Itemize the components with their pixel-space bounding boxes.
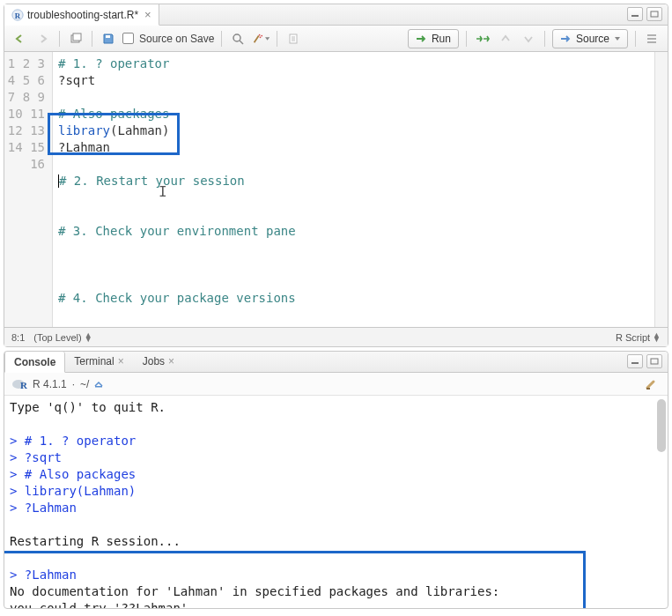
highlight-annotation-console: [4, 551, 586, 608]
console-scrollbar-thumb[interactable]: [657, 399, 666, 452]
console-line: Type 'q()' to quit R.: [10, 400, 166, 414]
outline-button[interactable]: [643, 30, 661, 48]
find-button[interactable]: [229, 30, 247, 48]
editor-toolbar: Source on Save Run Source: [4, 26, 668, 52]
code-text: ?Lahman: [58, 140, 110, 154]
console-line: you could try '??Lahman': [10, 601, 188, 608]
console-line: ?Lahman: [25, 568, 77, 582]
run-button[interactable]: Run: [408, 29, 459, 48]
tab-terminal[interactable]: Terminal ×: [65, 351, 133, 372]
svg-rect-20: [651, 359, 658, 364]
clear-console-icon[interactable]: [645, 378, 661, 390]
code-fn: library: [58, 123, 110, 137]
updown-icon: ▲▼: [85, 333, 92, 342]
rerun-button[interactable]: [474, 30, 491, 48]
svg-rect-6: [106, 35, 110, 38]
cursor-position: 8:1: [11, 332, 25, 343]
code-area[interactable]: # 1. ? operator ?sqrt # Also packages li…: [53, 52, 668, 327]
close-icon[interactable]: ×: [168, 355, 174, 367]
save-button[interactable]: [100, 30, 117, 48]
pane-window-controls: [627, 354, 662, 368]
svg-text:R: R: [15, 11, 21, 19]
console-pane: Console Terminal × Jobs × R R 4.1.1 · ~/: [4, 351, 668, 609]
source-on-save-label: Source on Save: [139, 33, 214, 45]
svg-point-11: [260, 36, 262, 38]
editor-tabbar: R troubleshooting-start.R* ×: [4, 4, 668, 26]
console-line: # Also packages: [25, 467, 136, 481]
source-editor-pane: R troubleshooting-start.R* ×: [4, 4, 668, 347]
code-comment: # 4. Check your package versions: [58, 291, 296, 305]
working-dir[interactable]: ~/: [80, 378, 89, 390]
report-button[interactable]: [284, 30, 302, 48]
svg-rect-3: [651, 11, 658, 17]
svg-rect-23: [95, 386, 102, 388]
svg-rect-19: [631, 362, 639, 364]
minimize-pane-button[interactable]: [627, 7, 643, 21]
tab-console[interactable]: Console: [4, 352, 65, 373]
r-file-icon: R: [11, 9, 24, 21]
code-text: ?sqrt: [58, 73, 95, 87]
r-version-label: R 4.1.1: [33, 378, 67, 390]
updown-icon: ▲▼: [653, 333, 661, 342]
console-line: ?sqrt: [25, 450, 62, 464]
svg-point-9: [259, 33, 261, 35]
editor-tab[interactable]: R troubleshooting-start.R* ×: [4, 4, 159, 26]
console-line: ?Lahman: [25, 501, 77, 515]
maximize-pane-button[interactable]: [646, 354, 662, 368]
source-button[interactable]: Source: [552, 29, 628, 48]
console-tabbar: Console Terminal × Jobs ×: [4, 352, 668, 373]
source-label: Source: [576, 33, 609, 45]
console-line: Restarting R session...: [10, 534, 181, 548]
source-on-save-checkbox[interactable]: [122, 33, 134, 44]
editor-tab-label: troubleshooting-start.R*: [27, 9, 138, 21]
editor-statusbar: 8:1 (Top Level) ▲▼ R Script ▲▼: [4, 327, 668, 346]
section-down-button[interactable]: [520, 30, 537, 48]
scope-selector[interactable]: (Top Level) ▲▼: [33, 332, 92, 343]
svg-point-10: [262, 34, 263, 36]
language-selector[interactable]: R Script ▲▼: [616, 332, 661, 343]
code-comment: # 1. ? operator: [58, 56, 169, 71]
maximize-pane-button[interactable]: [646, 7, 662, 21]
code-tools-button[interactable]: [252, 30, 270, 48]
console-line: library(Lahman): [25, 484, 136, 498]
run-label: Run: [432, 33, 451, 45]
minimize-pane-button[interactable]: [627, 354, 643, 368]
pane-window-controls: [627, 7, 662, 21]
line-gutter: 1 2 3 4 5 6 7 8 9 10 11 12 13 14 15 16: [4, 52, 53, 327]
show-in-new-window-button[interactable]: [67, 30, 85, 48]
svg-rect-5: [73, 33, 81, 41]
dot-sep: ·: [72, 378, 75, 390]
close-tab-icon[interactable]: ×: [144, 8, 151, 21]
code-comment: # Also packages: [58, 107, 169, 121]
console-line: No documentation for 'Lahman' in specifi…: [10, 584, 499, 598]
console-output[interactable]: Type 'q()' to quit R. > # 1. ? operator …: [4, 396, 668, 608]
svg-rect-2: [631, 15, 639, 17]
editor-body[interactable]: 1 2 3 4 5 6 7 8 9 10 11 12 13 14 15 16 #…: [4, 52, 668, 327]
editor-scrollbar[interactable]: [654, 52, 668, 327]
close-icon[interactable]: ×: [118, 355, 124, 367]
console-infobar: R R 4.1.1 · ~/: [4, 373, 668, 396]
svg-line-8: [240, 41, 243, 44]
tab-jobs[interactable]: Jobs ×: [134, 351, 184, 372]
console-line: # 1. ? operator: [25, 434, 136, 448]
svg-point-7: [233, 34, 240, 41]
code-comment: # 2. Restart your session: [59, 174, 245, 188]
section-up-button[interactable]: [497, 30, 514, 48]
ibeam-cursor-icon: I: [159, 183, 167, 200]
svg-text:R: R: [20, 380, 27, 390]
wd-popup-icon[interactable]: [94, 380, 103, 389]
back-button[interactable]: [11, 30, 29, 48]
forward-button[interactable]: [34, 30, 52, 48]
r-logo-icon: R: [11, 377, 27, 391]
code-comment: # 3. Check your environment pane: [58, 224, 296, 238]
